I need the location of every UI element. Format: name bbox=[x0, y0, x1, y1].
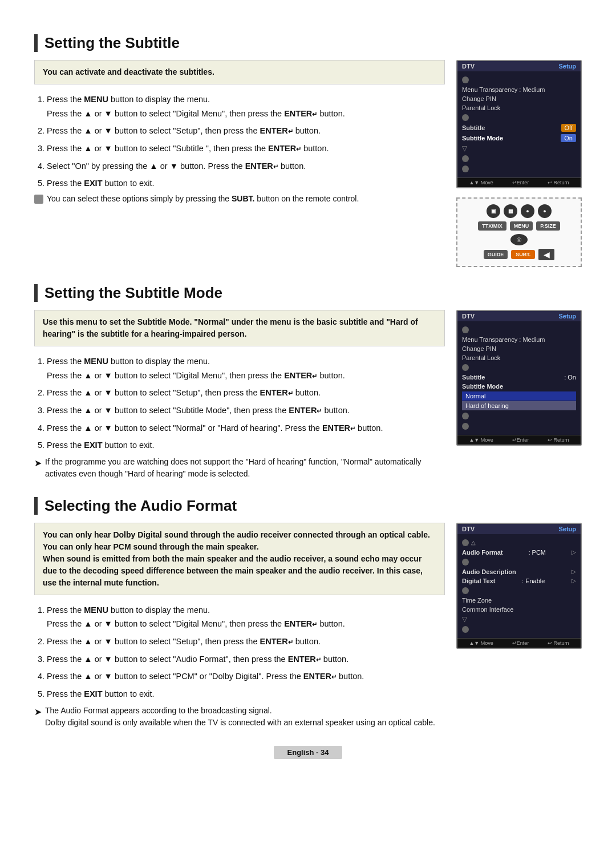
subtitle-normal-bar: Normal bbox=[462, 391, 576, 401]
section1-step3: Press the ▲ or ▼ button to select "Subti… bbox=[47, 142, 445, 156]
tv-icon3 bbox=[462, 155, 469, 162]
tv-icon-s3-4 bbox=[462, 626, 469, 633]
tv-icon4 bbox=[462, 165, 469, 172]
note-arrow: ➤ bbox=[34, 457, 42, 470]
tv-header3: DTV Setup bbox=[457, 524, 581, 534]
section3-step5: Press the EXIT button to exit. bbox=[47, 687, 445, 701]
remote-btn-circle2: ▦ bbox=[504, 204, 517, 218]
remote-subt-btn: SUBT. bbox=[511, 250, 535, 259]
tv-icon-s3-1 bbox=[462, 539, 469, 546]
tv-header1: DTV Setup bbox=[457, 61, 581, 71]
subtitle-off-badge: Off bbox=[561, 124, 576, 132]
section3-infobox-b2: When sound is emitted from both the main… bbox=[43, 554, 423, 587]
section3-step4: Press the ▲ or ▼ button to select "PCM" … bbox=[47, 669, 445, 684]
section3: Selecting the Audio Format You can only … bbox=[34, 497, 582, 729]
section3-step2: Press the ▲ or ▼ button to select "Setup… bbox=[47, 635, 445, 649]
note-icon bbox=[34, 195, 43, 204]
section1-step1: Press the MENU button to display the men… bbox=[47, 92, 445, 120]
remote-guide-btn: GUIDE bbox=[484, 250, 508, 259]
remote-psize-btn: P.SIZE bbox=[536, 221, 560, 231]
section2-title: Setting the Subtitle Mode bbox=[34, 284, 582, 302]
section1-tv-screen: DTV Setup Menu Transparency : Medium Cha… bbox=[456, 60, 582, 188]
section1-steps: Press the MENU button to display the men… bbox=[47, 92, 445, 191]
tv-icon-s2-4 bbox=[462, 423, 469, 430]
tv-body2: Menu Transparency : Medium Change PIN Pa… bbox=[457, 321, 581, 435]
section2-infobox-text: Use this menu to set the Subtitle Mode. … bbox=[43, 317, 418, 338]
remote-area: ▣ ▦ ● ● TTX/MIX MENU P.SIZE ⓔ GUIDE bbox=[456, 197, 582, 267]
note-arrow3-1: ➤ bbox=[34, 705, 42, 719]
section3-title: Selecting the Audio Format bbox=[34, 497, 582, 515]
tv-icon2 bbox=[462, 114, 469, 121]
section2-tv-screen: DTV Setup Menu Transparency : Medium Cha… bbox=[456, 310, 582, 446]
tv-footer1: ▲▼ Move ↵Enter ↩ Return bbox=[457, 177, 581, 187]
remote-ttxmix-btn: TTX/MIX bbox=[478, 221, 506, 231]
section2-step5: Press the EXIT button to exit. bbox=[47, 438, 445, 453]
section1-step5: Press the EXIT button to exit. bbox=[47, 176, 445, 191]
tv-footer3: ▲▼ Move ↵Enter ↩ Return bbox=[457, 638, 581, 648]
section3-screens: DTV Setup △ Audio Format : PCM ▷ bbox=[456, 523, 582, 649]
section1-infobox-text: You can activate and deactivate the subt… bbox=[43, 67, 214, 76]
tv-footer2: ▲▼ Move ↵Enter ↩ Return bbox=[457, 435, 581, 445]
section2-step4: Press the ▲ or ▼ button to select "Norma… bbox=[47, 421, 445, 435]
section1-title: Setting the Subtitle bbox=[34, 34, 582, 52]
tv-icon-s2-2 bbox=[462, 364, 469, 371]
section2-step3: Press the ▲ or ▼ button to select "Subti… bbox=[47, 403, 445, 418]
remote-btn-circle1: ▣ bbox=[487, 204, 500, 218]
section1-step4: Select "On" by pressing the ▲ or ▼ butto… bbox=[47, 159, 445, 173]
tv-header2: DTV Setup bbox=[457, 311, 581, 321]
remote-arrow-right-btn: ◀ bbox=[538, 249, 554, 260]
remote-menu-btn: MENU bbox=[510, 221, 533, 231]
section3-step1: Press the MENU button to display the men… bbox=[47, 603, 445, 631]
section1-step2: Press the ▲ or ▼ button to select "Setup… bbox=[47, 124, 445, 138]
tv-icon-antenna bbox=[462, 76, 469, 83]
section2: Setting the Subtitle Mode Use this menu … bbox=[34, 284, 582, 480]
section1-infobox: You can activate and deactivate the subt… bbox=[34, 60, 445, 84]
section2-screens: DTV Setup Menu Transparency : Medium Cha… bbox=[456, 310, 582, 446]
section2-steps: Press the MENU button to display the men… bbox=[47, 354, 445, 453]
tv-body3: △ Audio Format : PCM ▷ Audio Description… bbox=[457, 534, 581, 638]
page-footer: English - 34 bbox=[34, 746, 582, 759]
section2-step2: Press the ▲ or ▼ button to select "Setup… bbox=[47, 386, 445, 400]
remote-btn-circle4: ● bbox=[538, 204, 552, 218]
section1-subnote: You can select these options simply by p… bbox=[34, 194, 445, 204]
section2-step1: Press the MENU button to display the men… bbox=[47, 354, 445, 382]
section2-note: ➤ If the programme you are watching does… bbox=[34, 456, 445, 480]
tv-body1: Menu Transparency : Medium Change PIN Pa… bbox=[457, 71, 581, 177]
section1: Setting the Subtitle You can activate an… bbox=[34, 34, 582, 267]
section3-note1: ➤ The Audio Format appears according to … bbox=[34, 705, 445, 729]
subtitle-hearing-bar: Hard of hearing bbox=[462, 401, 576, 410]
section3-step3: Press the ▲ or ▼ button to select "Audio… bbox=[47, 652, 445, 667]
remote-ok-btn: ⓔ bbox=[510, 234, 528, 245]
section2-infobox: Use this menu to set the Subtitle Mode. … bbox=[34, 310, 445, 346]
tv-icon-s3-3 bbox=[462, 587, 469, 594]
tv-icon-s2-3 bbox=[462, 413, 469, 419]
subtitle-mode-on-badge: On bbox=[561, 134, 576, 142]
section1-screens: DTV Setup Menu Transparency : Medium Cha… bbox=[456, 60, 582, 267]
section3-infobox-b1: You can only hear Dolby Digital sound th… bbox=[43, 530, 430, 551]
remote-btn-circle3: ● bbox=[521, 204, 534, 218]
tv-icon-s3-2 bbox=[462, 559, 469, 566]
footer-badge: English - 34 bbox=[274, 746, 343, 759]
section3-infobox: You can only hear Dolby Digital sound th… bbox=[34, 523, 445, 595]
section3-steps: Press the MENU button to display the men… bbox=[47, 603, 445, 701]
section3-tv-screen: DTV Setup △ Audio Format : PCM ▷ bbox=[456, 523, 582, 649]
tv-icon-s2-1 bbox=[462, 326, 469, 333]
